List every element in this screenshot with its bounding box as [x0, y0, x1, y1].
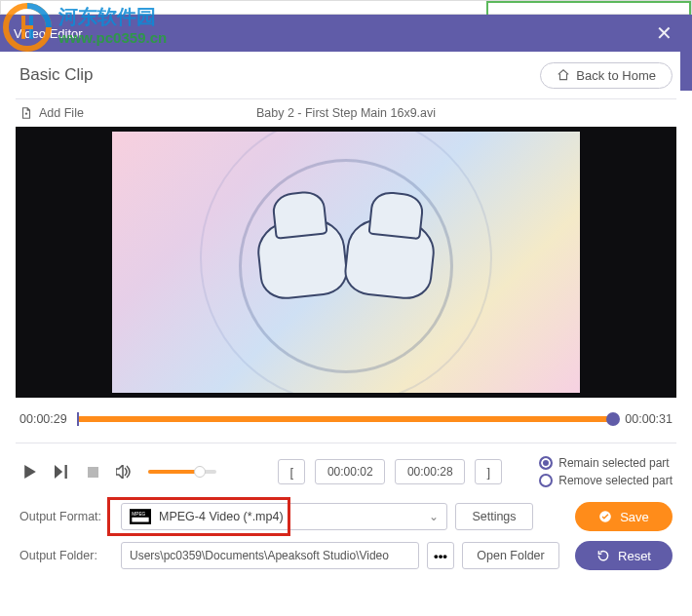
current-file-name: Baby 2 - First Step Main 16x9.avi [256, 106, 436, 120]
output-format-label: Output Format: [19, 510, 113, 523]
check-circle-icon [598, 510, 612, 523]
radio-on-icon [539, 456, 553, 470]
save-button[interactable]: Save [575, 502, 673, 531]
set-start-bracket-button[interactable]: [ [278, 459, 305, 484]
back-label: Back to Home [576, 68, 656, 83]
clip-end-input[interactable] [395, 459, 465, 484]
section-title: Basic Clip [19, 65, 94, 85]
header-row: Basic Clip Back to Home [0, 52, 692, 98]
output-folder-row: Output Folder: ••• Open Folder Reset [19, 541, 673, 570]
chevron-down-icon: ⌄ [429, 510, 439, 523]
volume-knob[interactable] [194, 466, 206, 478]
decorative-edge [680, 52, 692, 91]
radio-off-icon [539, 474, 553, 487]
output-folder-input[interactable] [121, 542, 419, 569]
add-file-label: Add File [39, 106, 84, 120]
home-icon [557, 68, 570, 82]
next-frame-button[interactable] [51, 461, 72, 482]
play-button[interactable] [19, 461, 41, 482]
clip-start-input[interactable] [315, 459, 385, 484]
timeline-start-marker[interactable] [77, 412, 79, 426]
total-time: 00:00:31 [625, 412, 673, 426]
timeline-row: 00:00:29 00:00:31 [0, 404, 692, 435]
reset-button[interactable]: Reset [575, 541, 673, 570]
output-folder-label: Output Folder: [19, 549, 113, 562]
divider [16, 443, 676, 443]
open-folder-button[interactable]: Open Folder [462, 542, 559, 569]
remove-selected-radio[interactable]: Remove selected part [539, 474, 673, 487]
stop-button[interactable] [82, 461, 103, 482]
browse-folder-button[interactable]: ••• [427, 542, 454, 569]
volume-slider[interactable] [148, 470, 216, 474]
reset-icon [596, 549, 610, 562]
volume-icon[interactable] [113, 461, 135, 482]
svg-rect-4 [88, 467, 98, 478]
svg-text:MPEG: MPEG [132, 512, 145, 517]
remain-label: Remain selected part [558, 456, 669, 470]
output-format-value: MPEG-4 Video (*.mp4) [159, 510, 284, 523]
file-row: Add File Baby 2 - First Step Main 16x9.a… [0, 99, 692, 127]
settings-button[interactable]: Settings [455, 503, 533, 530]
save-label: Save [620, 510, 649, 524]
timeline-track[interactable] [77, 416, 616, 422]
video-frame-thumbnail [112, 132, 580, 393]
background-strip [0, 0, 692, 15]
video-preview[interactable] [16, 127, 676, 398]
window-title-bar: Video Editor ✕ [0, 15, 692, 52]
close-icon[interactable]: ✕ [649, 21, 678, 45]
back-to-home-button[interactable]: Back to Home [540, 62, 673, 89]
current-time: 00:00:29 [19, 412, 67, 426]
set-end-bracket-button[interactable]: ] [475, 459, 502, 484]
output-format-row: Output Format: MPEG MPEG-4 Video (*.mp4)… [19, 502, 673, 531]
timeline-playhead[interactable] [606, 412, 620, 426]
reset-label: Reset [618, 549, 651, 563]
controls-row: [ ] Remain selected part Remove selected… [0, 449, 692, 494]
mpeg-codec-icon: MPEG [130, 509, 151, 524]
add-file-button[interactable]: Add File [19, 106, 84, 120]
add-file-icon [19, 106, 33, 120]
remove-label: Remove selected part [558, 474, 673, 487]
remain-selected-radio[interactable]: Remain selected part [539, 456, 673, 470]
output-format-select[interactable]: MPEG MPEG-4 Video (*.mp4) ⌄ [121, 503, 447, 530]
window-title: Video Editor [14, 26, 83, 41]
svg-rect-7 [132, 518, 148, 522]
